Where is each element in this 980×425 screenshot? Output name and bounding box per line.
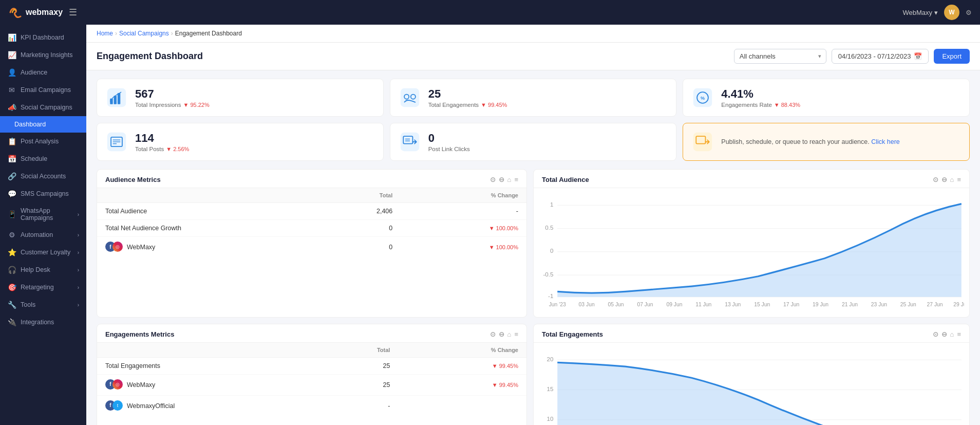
audience-row-2-change-value: ▼ 100.00% [489, 225, 518, 231]
chart-control-1[interactable]: ⊙ [933, 176, 938, 183]
customer-loyalty-icon: ⭐ [7, 248, 16, 256]
audience-row-2-total: 0 [312, 220, 401, 237]
sidebar-label-sms-campaigns: SMS Campaigns [21, 190, 79, 197]
eng-chart-control-1[interactable]: ⊙ [933, 330, 938, 338]
audience-chart-controls: ⊙ ⊖ ⌂ ≡ [933, 176, 961, 183]
sidebar-item-help-desk[interactable]: 🎧 Help Desk › [0, 261, 86, 279]
sidebar-item-schedule[interactable]: 📅 Schedule [0, 150, 86, 168]
chart-control-2[interactable]: ⊖ [941, 176, 947, 183]
engagements-icon [399, 86, 421, 109]
audience-metrics-panel: Audience Metrics ⊙ ⊖ ⌂ ≡ Total % Change [97, 169, 527, 318]
audience-metrics-header: Audience Metrics ⊙ ⊖ ⌂ ≡ [97, 170, 526, 188]
sidebar-label-marketing-insights: Marketing Insights [21, 51, 79, 59]
eng-row-1-total: 25 [312, 357, 398, 374]
breadcrumb-home[interactable]: Home [97, 30, 113, 37]
eng-panel-control-2[interactable]: ⊖ [499, 330, 504, 338]
stats-row-1: 567 Total Impressions ▼ 95.22% [86, 70, 980, 117]
eng-col-change: % Change [398, 343, 526, 358]
chart-control-3[interactable]: ⌂ [950, 176, 954, 183]
sidebar-item-retargeting[interactable]: 🎯 Retargeting › [0, 279, 86, 296]
audience-row-3-total: 0 [312, 237, 401, 258]
sidebar-item-email-campaigns[interactable]: ✉ Email Campaigns [0, 81, 86, 99]
instagram-icon-2: ◎ [112, 379, 123, 390]
post-link-clicks-icon [399, 131, 421, 153]
marketing-insights-icon: 📈 [7, 51, 16, 59]
sidebar-item-marketing-insights[interactable]: 📈 Marketing Insights [0, 46, 86, 64]
retargeting-arrow-icon: › [78, 285, 79, 290]
user-menu[interactable]: WebMaxy ▾ [902, 9, 938, 16]
sms-campaigns-icon: 💬 [7, 190, 16, 198]
hamburger-icon[interactable]: ☰ [69, 7, 77, 18]
eng-panel-control-3[interactable]: ⌂ [507, 330, 512, 338]
eng-chart-control-2[interactable]: ⊖ [941, 330, 947, 338]
brand-icons-webmaxy: f ◎ [105, 242, 123, 253]
eng-panel-control-1[interactable]: ⊙ [490, 330, 496, 338]
svg-text:21 Jun: 21 Jun [842, 302, 858, 307]
sidebar-item-tools[interactable]: 🔧 Tools › [0, 296, 86, 313]
channel-select[interactable]: All channels [734, 49, 826, 64]
settings-icon[interactable]: ⚙ [966, 9, 972, 16]
layout: 📊 KPI Dashboard 📈 Marketing Insights 👤 A… [0, 25, 980, 425]
svg-text:15 Jun: 15 Jun [754, 302, 770, 307]
eng-chart-control-4[interactable]: ≡ [957, 330, 961, 338]
total-audience-chart-title: Total Audience [542, 176, 589, 183]
engagements-label: Total Engagements ▼ 99.45% [428, 102, 507, 108]
engagements-value: 25 [428, 87, 507, 101]
calendar-icon: 📅 [914, 52, 922, 60]
twitter-icon: t [112, 400, 123, 411]
audience-panel-control-2[interactable]: ⊖ [499, 176, 504, 183]
audience-panel-control-1[interactable]: ⊙ [490, 176, 496, 183]
export-button[interactable]: Export [934, 49, 970, 64]
sidebar-item-customer-loyalty[interactable]: ⭐ Customer Loyalty › [0, 244, 86, 261]
breadcrumb-sep1: › [115, 30, 117, 37]
page-header: Engagement Dashboard All channels 04/16/… [86, 43, 980, 70]
sidebar-item-social-accounts[interactable]: 🔗 Social Accounts [0, 168, 86, 185]
audience-panel-control-4[interactable]: ≡ [514, 176, 518, 183]
sidebar-item-kpi-dashboard[interactable]: 📊 KPI Dashboard [0, 29, 86, 46]
audience-row-3-change: ▼ 100.00% [401, 237, 526, 258]
eng-row-1-change-value: ▼ 99.45% [492, 363, 518, 369]
audience-icon: 👤 [7, 68, 16, 77]
sidebar-item-dashboard[interactable]: Dashboard [0, 116, 86, 133]
engagements-metrics-header: Engagements Metrics ⊙ ⊖ ⌂ ≡ [97, 324, 526, 343]
eng-col-label [97, 343, 312, 358]
stat-card-posts: 114 Total Posts ▼ 2.56% [97, 123, 384, 161]
sidebar-item-post-analysis[interactable]: 📋 Post Analysis [0, 133, 86, 150]
sidebar-label-customer-loyalty: Customer Loyalty [21, 249, 73, 256]
sidebar-item-sms-campaigns[interactable]: 💬 SMS Campaigns [0, 185, 86, 202]
svg-text:-1: -1 [548, 292, 553, 299]
svg-rect-4 [400, 88, 419, 107]
social-accounts-icon: 🔗 [7, 172, 16, 180]
chart-control-4[interactable]: ≡ [957, 176, 961, 183]
breadcrumb-social-campaigns[interactable]: Social Campaigns [119, 30, 169, 37]
table-row: f ◎ WebMaxy 25 ▼ 99.45% [97, 374, 526, 395]
audience-panel-control-3[interactable]: ⌂ [507, 176, 512, 183]
total-audience-svg: 1 0.5 0 -0.5 -1 [539, 193, 964, 313]
main-content: Home › Social Campaigns › Engagement Das… [86, 25, 980, 425]
svg-text:0.5: 0.5 [545, 224, 553, 231]
sidebar-label-email-campaigns: Email Campaigns [21, 86, 79, 94]
sidebar-item-integrations[interactable]: 🔌 Integrations [0, 313, 86, 331]
svg-text:23 Jun: 23 Jun [871, 302, 887, 307]
publish-icon [691, 131, 714, 153]
sidebar-item-social-campaigns[interactable]: 📣 Social Campaigns [0, 99, 86, 116]
eng-chart-control-3[interactable]: ⌂ [950, 330, 954, 338]
sidebar-item-audience[interactable]: 👤 Audience [0, 64, 86, 81]
breadcrumb: Home › Social Campaigns › Engagement Das… [86, 25, 980, 43]
sidebar-item-automation[interactable]: ⚙ Automation › [0, 226, 86, 244]
engagements-metrics-title: Engagements Metrics [105, 330, 174, 338]
publish-link[interactable]: Click here [871, 138, 900, 145]
sidebar-item-whatsapp-campaigns[interactable]: 📱 WhatsApp Campaigns › [0, 202, 86, 226]
automation-arrow-icon: › [78, 232, 79, 238]
svg-text:Jun '23: Jun '23 [549, 302, 566, 307]
total-engagements-svg: 20 15 10 5 Jun '23 [539, 348, 964, 425]
sidebar-label-post-analysis: Post Analysis [21, 138, 79, 145]
svg-text:11 Jun: 11 Jun [695, 302, 711, 307]
avatar[interactable]: W [944, 5, 959, 20]
eng-panel-control-4[interactable]: ≡ [514, 330, 518, 338]
total-engagements-chart-header: Total Engagements ⊙ ⊖ ⌂ ≡ [534, 324, 969, 343]
svg-text:05 Jun: 05 Jun [608, 302, 624, 307]
sidebar-label-schedule: Schedule [21, 155, 79, 162]
sidebar-label-retargeting: Retargeting [21, 284, 73, 291]
date-range-picker[interactable]: 04/16/2023 - 07/12/2023 📅 [832, 49, 929, 64]
